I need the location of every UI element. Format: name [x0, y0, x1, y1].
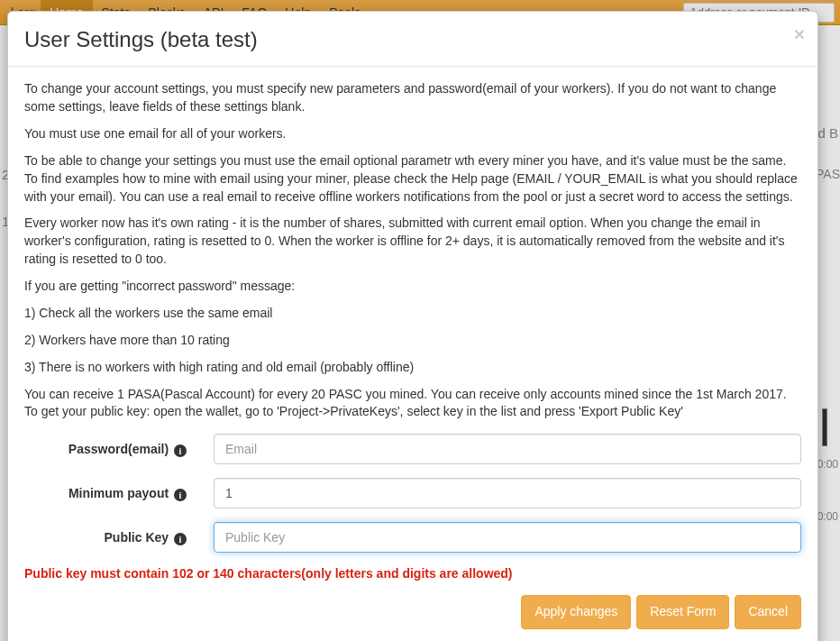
intro-paragraph: 3) There is no workers with high rating …	[24, 359, 801, 377]
modal-body: To change your account settings, you mus…	[8, 67, 817, 641]
min-payout-label-text: Minimum payout	[68, 486, 169, 500]
user-settings-modal: User Settings (beta test) × To change yo…	[7, 11, 818, 641]
public-key-group: Public Key i	[24, 522, 801, 553]
intro-paragraph: To change your account settings, you mus…	[24, 80, 801, 116]
intro-paragraph: You must use one email for all of your w…	[24, 125, 801, 143]
modal-footer: Apply changes Reset Form Cancel	[24, 595, 801, 629]
min-payout-input[interactable]	[214, 478, 801, 508]
validation-error: Public key must contain 102 or 140 chara…	[24, 566, 801, 581]
password-label-text: Password(email)	[68, 442, 169, 456]
close-button[interactable]: ×	[794, 24, 805, 43]
apply-changes-button[interactable]: Apply changes	[521, 595, 631, 629]
public-key-input[interactable]	[214, 522, 801, 553]
intro-paragraph: Every worker now has it's own rating - i…	[24, 215, 801, 269]
modal-header: User Settings (beta test) ×	[8, 12, 817, 67]
password-label: Password(email) i	[24, 442, 214, 458]
intro-paragraph: 2) Workers have more than 10 rating	[24, 332, 801, 350]
public-key-label: Public Key i	[24, 530, 214, 546]
modal-title: User Settings (beta test)	[24, 25, 801, 53]
cancel-button[interactable]: Cancel	[735, 595, 801, 629]
intro-paragraph: You can receive 1 PASA(Pascal Account) f…	[24, 386, 801, 422]
password-group: Password(email) i	[24, 434, 801, 464]
settings-form: Password(email) i Minimum payout i Publi…	[24, 434, 801, 629]
public-key-label-text: Public Key	[105, 530, 169, 545]
reset-form-button[interactable]: Reset Form	[636, 595, 729, 629]
info-icon[interactable]: i	[174, 444, 187, 457]
info-icon[interactable]: i	[174, 533, 187, 545]
password-input[interactable]	[214, 434, 801, 464]
min-payout-label: Minimum payout i	[24, 486, 214, 502]
min-payout-group: Minimum payout i	[24, 478, 801, 508]
info-icon[interactable]: i	[174, 489, 187, 501]
intro-paragraph: If you are getting "incorrect password" …	[24, 278, 801, 296]
intro-paragraph: To be able to change your settings you m…	[24, 152, 801, 206]
intro-paragraph: 1) Check all the workers use the same em…	[24, 305, 801, 323]
